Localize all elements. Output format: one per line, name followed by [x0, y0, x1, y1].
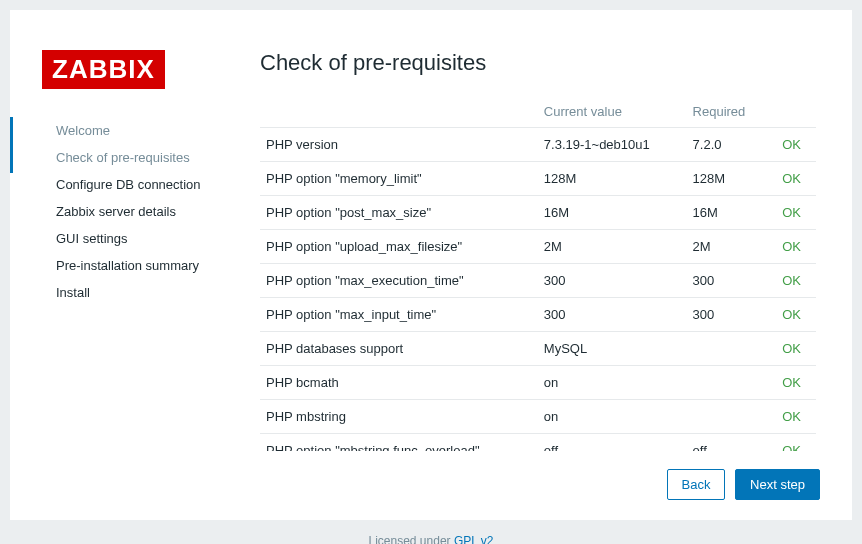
cell-required: 7.2.0 — [687, 128, 777, 162]
cell-status: OK — [776, 230, 816, 264]
cell-status: OK — [776, 298, 816, 332]
th-current-value: Current value — [538, 96, 687, 128]
cell-name: PHP databases support — [260, 332, 538, 366]
cell-status: OK — [776, 434, 816, 452]
cell-name: PHP option "max_execution_time" — [260, 264, 538, 298]
cell-required: 300 — [687, 264, 777, 298]
table-row: PHP option "memory_limit"128M128MOK — [260, 162, 816, 196]
cell-required: off — [687, 434, 777, 452]
cell-current-value: 300 — [538, 298, 687, 332]
nav-item-server-details[interactable]: Zabbix server details — [42, 198, 252, 225]
table-row: PHP bcmathonOK — [260, 366, 816, 400]
table-row: PHP option "max_execution_time"300300OK — [260, 264, 816, 298]
cell-status: OK — [776, 332, 816, 366]
table-header-row: Current value Required — [260, 96, 816, 128]
nav-item-configure-db[interactable]: Configure DB connection — [42, 171, 252, 198]
cell-status: OK — [776, 400, 816, 434]
nav-item-prereq[interactable]: Check of pre-requisites — [42, 144, 252, 171]
main-content: Check of pre-requisites Current value Re… — [252, 50, 820, 500]
cell-required: 16M — [687, 196, 777, 230]
cell-status: OK — [776, 264, 816, 298]
footer: Licensed under GPL v2 — [0, 530, 862, 544]
cell-current-value: on — [538, 400, 687, 434]
page-title: Check of pre-requisites — [260, 50, 820, 76]
nav-item-gui-settings[interactable]: GUI settings — [42, 225, 252, 252]
nav-item-welcome[interactable]: Welcome — [42, 117, 252, 144]
footer-license-link[interactable]: GPL v2 — [454, 534, 494, 544]
cell-current-value: off — [538, 434, 687, 452]
footer-text: Licensed under — [369, 534, 454, 544]
cell-name: PHP option "max_input_time" — [260, 298, 538, 332]
cell-status: OK — [776, 162, 816, 196]
table-row: PHP option "post_max_size"16M16MOK — [260, 196, 816, 230]
cell-current-value: 128M — [538, 162, 687, 196]
cell-name: PHP option "mbstring.func_overload" — [260, 434, 538, 452]
cell-required: 300 — [687, 298, 777, 332]
th-name — [260, 96, 538, 128]
table-row: PHP option "upload_max_filesize"2M2MOK — [260, 230, 816, 264]
th-status — [776, 96, 816, 128]
sidebar: ZABBIX Welcome Check of pre-requisites C… — [42, 50, 252, 500]
nav-steps: Welcome Check of pre-requisites Configur… — [42, 117, 252, 306]
cell-name: PHP option "post_max_size" — [260, 196, 538, 230]
cell-current-value: 2M — [538, 230, 687, 264]
cell-current-value: 7.3.19-1~deb10u1 — [538, 128, 687, 162]
cell-status: OK — [776, 128, 816, 162]
zabbix-logo: ZABBIX — [42, 50, 165, 89]
prereq-table-wrap[interactable]: Current value Required PHP version7.3.19… — [260, 96, 820, 451]
nav-item-install[interactable]: Install — [42, 279, 252, 306]
cell-name: PHP option "upload_max_filesize" — [260, 230, 538, 264]
cell-required — [687, 400, 777, 434]
table-row: PHP mbstringonOK — [260, 400, 816, 434]
button-row: Back Next step — [260, 451, 820, 500]
cell-required — [687, 366, 777, 400]
table-row: PHP option "max_input_time"300300OK — [260, 298, 816, 332]
cell-name: PHP mbstring — [260, 400, 538, 434]
table-row: PHP version7.3.19-1~deb10u17.2.0OK — [260, 128, 816, 162]
cell-required: 128M — [687, 162, 777, 196]
cell-status: OK — [776, 196, 816, 230]
prereq-table: Current value Required PHP version7.3.19… — [260, 96, 816, 451]
cell-required: 2M — [687, 230, 777, 264]
cell-required — [687, 332, 777, 366]
nav-item-preinstall-summary[interactable]: Pre-installation summary — [42, 252, 252, 279]
next-step-button[interactable]: Next step — [735, 469, 820, 500]
th-required: Required — [687, 96, 777, 128]
setup-container: ZABBIX Welcome Check of pre-requisites C… — [10, 10, 852, 520]
cell-status: OK — [776, 366, 816, 400]
cell-current-value: 300 — [538, 264, 687, 298]
table-row: PHP databases supportMySQLOK — [260, 332, 816, 366]
cell-name: PHP option "memory_limit" — [260, 162, 538, 196]
cell-name: PHP bcmath — [260, 366, 538, 400]
cell-name: PHP version — [260, 128, 538, 162]
cell-current-value: 16M — [538, 196, 687, 230]
cell-current-value: on — [538, 366, 687, 400]
table-row: PHP option "mbstring.func_overload"offof… — [260, 434, 816, 452]
nav-indicator — [10, 117, 13, 173]
cell-current-value: MySQL — [538, 332, 687, 366]
back-button[interactable]: Back — [667, 469, 726, 500]
